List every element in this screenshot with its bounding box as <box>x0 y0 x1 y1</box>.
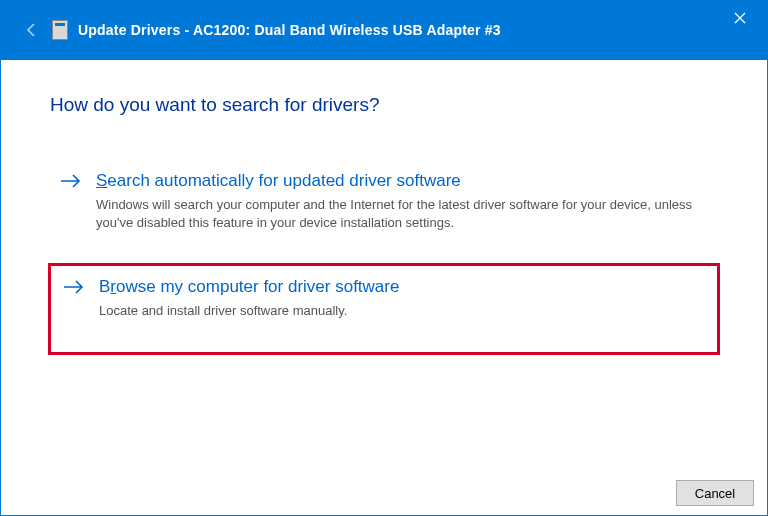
page-heading: How do you want to search for drivers? <box>50 94 720 116</box>
option-text: Search automatically for updated driver … <box>96 170 708 231</box>
option-desc: Windows will search your computer and th… <box>96 196 708 231</box>
option-search-auto[interactable]: Search automatically for updated driver … <box>48 160 720 245</box>
titlebar: Update Drivers - AC1200: Dual Band Wirel… <box>0 0 768 60</box>
option-title: Search automatically for updated driver … <box>96 170 708 192</box>
option-desc: Locate and install driver software manua… <box>99 302 705 320</box>
device-icon <box>52 20 68 40</box>
option-text: Browse my computer for driver software L… <box>99 276 705 320</box>
arrow-left-icon <box>24 22 40 38</box>
close-icon <box>734 12 746 24</box>
option-title: Browse my computer for driver software <box>99 276 705 298</box>
back-button[interactable] <box>18 16 46 44</box>
option-browse-computer[interactable]: Browse my computer for driver software L… <box>48 263 720 355</box>
wizard-body: How do you want to search for drivers? S… <box>0 60 768 355</box>
footer: Cancel <box>676 480 754 506</box>
cancel-button[interactable]: Cancel <box>676 480 754 506</box>
close-button[interactable] <box>720 4 760 32</box>
arrow-right-icon <box>63 278 85 296</box>
arrow-right-icon <box>60 172 82 190</box>
window-title: Update Drivers - AC1200: Dual Band Wirel… <box>78 22 501 38</box>
